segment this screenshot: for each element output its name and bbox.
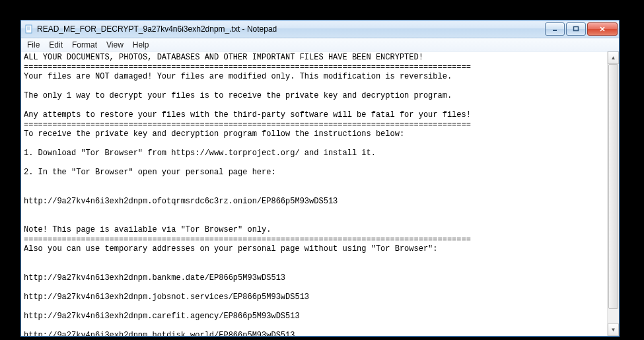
scroll-down-button[interactable]: ▼ (608, 323, 619, 336)
menubar: File Edit Format View Help (21, 38, 619, 51)
menu-edit[interactable]: Edit (44, 40, 67, 50)
close-button[interactable] (587, 22, 618, 36)
menu-help[interactable]: Help (128, 40, 154, 50)
svg-rect-5 (574, 27, 579, 31)
notepad-window: READ_ME_FOR_DECRYPT_9a27kv4n6i3exh2dnpm_… (20, 20, 620, 337)
maximize-button[interactable] (566, 22, 586, 36)
menu-format[interactable]: Format (67, 40, 102, 50)
text-content[interactable]: ALL YOUR DOCUMENTS, PHOTOS, DATABASES AN… (21, 51, 607, 336)
titlebar[interactable]: READ_ME_FOR_DECRYPT_9a27kv4n6i3exh2dnpm_… (21, 20, 619, 38)
window-controls (544, 22, 618, 36)
menu-file[interactable]: File (22, 40, 44, 50)
scroll-up-button[interactable]: ▲ (608, 51, 619, 64)
vertical-scrollbar[interactable]: ▲ ▼ (607, 51, 619, 336)
window-title: READ_ME_FOR_DECRYPT_9a27kv4n6i3exh2dnpm_… (37, 24, 544, 34)
svg-rect-0 (26, 25, 32, 33)
client-area: ALL YOUR DOCUMENTS, PHOTOS, DATABASES AN… (21, 51, 619, 336)
scroll-track[interactable] (608, 64, 619, 323)
scroll-thumb[interactable] (608, 64, 618, 309)
notepad-icon (24, 24, 34, 34)
menu-view[interactable]: View (102, 40, 128, 50)
minimize-button[interactable] (545, 22, 565, 36)
